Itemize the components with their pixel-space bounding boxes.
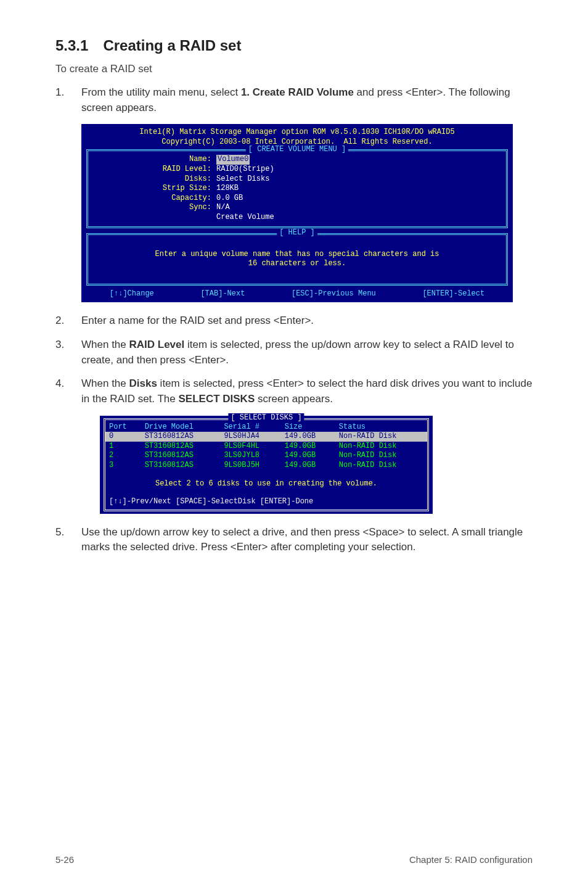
bios-form-label: Disks:: [93, 175, 216, 184]
bios-disks-message: Select 2 to 6 disks to use in creating t…: [105, 471, 427, 498]
bios-form-label: Capacity:: [93, 194, 216, 204]
col-serial: Serial #: [220, 423, 280, 432]
bios-form-value: 128KB: [216, 184, 239, 194]
bios-key-hint: [↑↓]Change: [110, 289, 154, 299]
bios-form-row: RAID Level:RAID0(Stripe): [93, 165, 501, 175]
bios-key-hint: [ESC]-Previous Menu: [292, 289, 376, 299]
bios-form-value: Create Volume: [216, 213, 274, 223]
bios-form-value: RAID0(Stripe): [216, 165, 274, 175]
bios-form-row: Strip Size:128KB: [93, 184, 501, 194]
bios-help-frame: [ HELP ] Enter a unique volume name that…: [86, 233, 508, 286]
step-number: 2.: [55, 313, 81, 329]
col-status: Status: [335, 423, 427, 432]
step-text: screen appears.: [255, 393, 333, 405]
step-text: Enter a name for the RAID set and press …: [81, 313, 533, 329]
step-5: 5. Use the up/down arrow key to select a…: [55, 525, 533, 555]
cell-size: 149.0GB: [281, 451, 335, 461]
cell-serial: 3LS0JYL8: [220, 451, 280, 461]
bios-form-row: Sync:N/A: [93, 203, 501, 213]
bios-form-value: Volume0: [216, 155, 250, 165]
step-text: When the: [81, 339, 129, 350]
page-number: 5-26: [55, 854, 74, 865]
bios-form-label: Strip Size:: [93, 184, 216, 194]
step-text: From the utility main menu, select: [81, 86, 241, 98]
bios-create-volume-frame: [ CREATE VOLUME MENU ] Name:Volume0RAID …: [86, 149, 508, 228]
step-number: 3.: [55, 337, 81, 368]
section-heading: 5.3.1 Creating a RAID set: [55, 37, 533, 54]
bios-form-label: Sync:: [93, 203, 216, 213]
table-row: 2ST3160812AS3LS0JYL8149.0GBNon-RAID Disk: [105, 451, 427, 461]
cell-size: 149.0GB: [281, 461, 335, 471]
cell-status: Non-RAID Disk: [335, 432, 427, 442]
bios-frame-title: [ CREATE VOLUME MENU ]: [246, 145, 348, 155]
col-model: Drive Model: [141, 423, 221, 432]
cell-model: ST3160812AS: [141, 442, 221, 452]
bios-form-value: Select Disks: [216, 175, 269, 184]
step-bold: Disks: [129, 377, 157, 389]
cell-model: ST3160812AS: [141, 451, 221, 461]
step-bold: RAID Level: [129, 339, 185, 350]
table-row: 3ST3160812AS9LS0BJ5H149.0GBNon-RAID Disk: [105, 461, 427, 471]
step-1: 1. From the utility main menu, select 1.…: [55, 85, 533, 115]
bios-form-row: Capacity:0.0 GB: [93, 194, 501, 204]
bios-form-value: N/A: [216, 203, 230, 213]
cell-serial: 9LS0BJ5H: [220, 461, 280, 471]
bios-form-label: RAID Level:: [93, 165, 216, 175]
cell-port: 0: [105, 432, 141, 442]
step-number: 4.: [55, 376, 81, 406]
bios-frame-title: [ HELP ]: [277, 228, 317, 238]
bios-disks-table: Port Drive Model Serial # Size Status 0S…: [105, 423, 427, 471]
table-row: 1ST3160812AS9LS0F4HL149.0GBNon-RAID Disk: [105, 442, 427, 452]
bios-help-text: Enter a unique volume name that has no s…: [88, 235, 506, 284]
cell-model: ST3160812AS: [141, 461, 221, 471]
table-row: 0ST3160812AS9LS0HJA4149.0GBNon-RAID Disk: [105, 432, 427, 442]
cell-size: 149.0GB: [281, 432, 335, 442]
bios-create-volume-screen: Intel(R) Matrix Storage Manager option R…: [81, 124, 513, 302]
step-text: Use the up/down arrow key to select a dr…: [81, 525, 533, 555]
bios-form-row: Create Volume: [93, 213, 501, 223]
bios-key-hint: [ENTER]-Select: [422, 289, 484, 299]
col-port: Port: [105, 423, 141, 432]
bios-key-hint: [↑↓]-Prev/Next [SPACE]-SelectDisk [ENTER…: [105, 497, 427, 507]
cell-port: 1: [105, 442, 141, 452]
cell-status: Non-RAID Disk: [335, 461, 427, 471]
cell-serial: 9LS0F4HL: [220, 442, 280, 452]
bios-key-hint: [TAB]-Next: [200, 289, 245, 299]
bios-form-row: Disks:Select Disks: [93, 175, 501, 184]
step-2: 2. Enter a name for the RAID set and pre…: [55, 313, 533, 329]
chapter-title: Chapter 5: RAID configuration: [409, 854, 533, 865]
bios-form-value: 0.0 GB: [216, 194, 243, 204]
bios-header-line1: Intel(R) Matrix Storage Manager option R…: [86, 128, 508, 138]
step-number: 5.: [55, 525, 81, 555]
bios-form-label: [93, 213, 216, 223]
step-4: 4. When the Disks item is selected, pres…: [55, 376, 533, 406]
bios-frame-title: [ SELECT DISKS ]: [228, 413, 304, 423]
bios-select-disks-screen: [ SELECT DISKS ] Port Drive Model Serial…: [100, 416, 433, 514]
bios-select-disks-frame: [ SELECT DISKS ] Port Drive Model Serial…: [104, 418, 429, 511]
bios-form-label: Name:: [93, 155, 216, 165]
bios-form-row: Name:Volume0: [93, 155, 501, 165]
col-size: Size: [281, 423, 335, 432]
step-bold: SELECT DISKS: [178, 393, 255, 405]
cell-status: Non-RAID Disk: [335, 451, 427, 461]
step-3: 3. When the RAID Level item is selected,…: [55, 337, 533, 368]
step-text: When the: [81, 377, 129, 389]
step-number: 1.: [55, 85, 81, 115]
step-bold: 1. Create RAID Volume: [241, 86, 354, 98]
cell-port: 2: [105, 451, 141, 461]
cell-size: 149.0GB: [281, 442, 335, 452]
cell-model: ST3160812AS: [141, 432, 221, 442]
cell-port: 3: [105, 461, 141, 471]
cell-serial: 9LS0HJA4: [220, 432, 280, 442]
intro-text: To create a RAID set: [55, 63, 533, 75]
cell-status: Non-RAID Disk: [335, 442, 427, 452]
